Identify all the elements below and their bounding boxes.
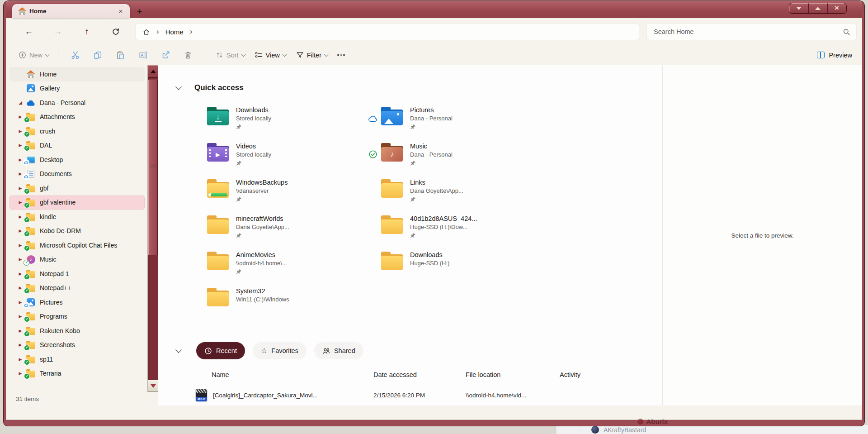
copy-icon xyxy=(94,51,102,59)
sidebar-item-kobo-de-drm[interactable]: ▶ ✓ Kobo De-DRM xyxy=(9,224,145,238)
tile-minecraftworlds[interactable]: minecraftWorlds Dana Goyette\App... xyxy=(191,215,365,251)
tab-favorites[interactable]: ☆ Favorites xyxy=(253,342,307,359)
cut-button[interactable] xyxy=(64,48,86,63)
sidebar-item-pictures[interactable]: ▶ Pictures xyxy=(9,295,145,310)
pin-icon xyxy=(410,160,453,167)
new-button[interactable]: New xyxy=(15,48,52,63)
cut-icon xyxy=(71,51,80,59)
divider xyxy=(205,49,205,61)
scrollbar[interactable] xyxy=(147,65,158,392)
column-date-accessed[interactable]: Date accessed xyxy=(373,371,466,378)
sidebar-item-gbf[interactable]: ▶ ✓ gbf xyxy=(9,181,145,196)
sidebar-item-documents[interactable]: ▶ Documents xyxy=(9,167,145,181)
sidebar-item-onedrive[interactable]: ◢ Dana - Personal xyxy=(9,95,145,110)
svg-text:A: A xyxy=(141,53,144,57)
search-box[interactable] xyxy=(646,24,857,40)
sidebar-item-sp11[interactable]: ▶ ✓ sp11 xyxy=(9,352,145,367)
chevron-down-icon[interactable] xyxy=(175,346,182,353)
title-bar: Home × + × xyxy=(6,1,862,18)
back-button[interactable]: ← xyxy=(19,24,38,40)
column-file-location[interactable]: File location xyxy=(466,371,560,378)
sidebar-item-notepad-1[interactable]: ▶ ✓ Notepad 1 xyxy=(9,267,145,281)
recent-section-header[interactable] xyxy=(158,350,181,352)
music-folder-icon: ♪ xyxy=(381,143,403,162)
tile-pictures[interactable]: Pictures Dana - Personal xyxy=(365,106,539,142)
table-row[interactable]: MKV [Coalgirls]_Cardcaptor_Sakura_Movi..… xyxy=(212,389,662,401)
tile-music[interactable]: ♪ Music Dana - Personal xyxy=(365,142,539,178)
sidebar-item-terraria[interactable]: ▶ ✓ Terraria xyxy=(9,367,145,381)
view-button[interactable]: View xyxy=(250,48,291,63)
sidebar-item-crush[interactable]: ▶ ✓ crush xyxy=(9,124,145,138)
scroll-up-icon xyxy=(151,70,156,73)
sidebar-item-screenshots[interactable]: ▶ ✓ Screenshots xyxy=(9,338,145,353)
sidebar-item-kindle[interactable]: ▶ ✓ kindle xyxy=(9,210,145,224)
see-more-button[interactable] xyxy=(333,54,349,56)
scroll-down-button[interactable] xyxy=(148,380,158,392)
sidebar-item-music[interactable]: ▶ ♪✓ Music xyxy=(9,253,145,267)
plus-circle-icon xyxy=(19,51,26,59)
maximize-button[interactable] xyxy=(808,3,827,14)
quick-access-header[interactable]: Quick access xyxy=(158,83,662,92)
tab-home[interactable]: Home × xyxy=(12,4,130,18)
background-app-label: Aburix xyxy=(637,418,668,425)
chevron-down-icon xyxy=(324,52,329,57)
share-button[interactable] xyxy=(154,48,177,63)
search-input[interactable] xyxy=(654,28,843,35)
tile-downloads-h[interactable]: Downloads Huge-SSD (H:) xyxy=(365,251,539,287)
sidebar-item-desktop[interactable]: ▶ Desktop xyxy=(9,153,145,167)
sidebar-item-gbf-valentine[interactable]: ▶ ✓ gbf valentine xyxy=(9,196,145,210)
tile-windowsbackups[interactable]: WindowsBackups \\danaserver xyxy=(191,178,365,215)
minimize-button[interactable] xyxy=(789,3,808,14)
folder-synced-icon: ✓ xyxy=(26,369,36,378)
filter-button[interactable]: Filter xyxy=(291,48,333,63)
sidebar-item-home[interactable]: Home xyxy=(9,67,145,81)
preview-toggle[interactable]: Preview xyxy=(817,52,852,59)
breadcrumb[interactable]: › Home › xyxy=(135,24,639,40)
folder-synced-icon: ✓ xyxy=(26,340,36,349)
paste-button[interactable] xyxy=(109,48,132,63)
sidebar-item-programs[interactable]: ▶ ✓ Programs xyxy=(9,310,145,324)
forward-button[interactable]: → xyxy=(48,24,67,40)
scrollbar-thumb[interactable] xyxy=(148,80,158,255)
chevron-right-icon[interactable]: › xyxy=(190,27,193,36)
sort-button[interactable]: Sort xyxy=(211,48,250,63)
sidebar-item-notepad-plus-plus[interactable]: ▶ ✓ Notepad++ xyxy=(9,281,145,296)
refresh-button[interactable] xyxy=(106,24,125,40)
scrollbar-track[interactable] xyxy=(148,78,158,380)
tile-downloads[interactable]: ↓ Downloads Stored locally xyxy=(191,106,365,142)
tile-40d1b2d8asus[interactable]: 40d1b2d8ASUS_424... Huge-SSD (H:)\Dow... xyxy=(365,215,539,251)
tab-shared[interactable]: Shared xyxy=(314,342,363,359)
close-button[interactable]: × xyxy=(827,3,846,14)
tile-system32[interactable]: System32 Win11 (C:)\Windows xyxy=(191,287,365,323)
column-name[interactable]: Name xyxy=(212,371,373,378)
tile-videos[interactable]: ▶ Videos Stored locally xyxy=(191,142,365,178)
tile-links[interactable]: Links Dana Goyette\App... xyxy=(365,178,539,215)
scroll-up-button[interactable] xyxy=(148,65,158,78)
navigation-bar: ← → ↑ › Home › xyxy=(6,18,862,45)
chevron-down-icon[interactable] xyxy=(175,83,182,90)
sidebar-item-gallery[interactable]: Gallery xyxy=(9,81,145,96)
up-button[interactable]: ↑ xyxy=(77,24,96,40)
tile-animemovies[interactable]: AnimeMovies \\odroid-h4.home\... xyxy=(191,251,365,287)
column-activity[interactable]: Activity xyxy=(560,371,662,378)
breadcrumb-item-home[interactable]: Home xyxy=(165,28,184,36)
delete-button[interactable] xyxy=(177,48,199,63)
expand-collapse-icon[interactable]: ◢ xyxy=(15,100,26,105)
paste-icon xyxy=(116,51,124,59)
tab-close-icon[interactable]: × xyxy=(116,7,125,15)
sidebar-item-dal[interactable]: ▶ ✓ DAL xyxy=(9,138,145,153)
sidebar-item-rakuten-kobo[interactable]: ▶ ✓ Rakuten Kobo xyxy=(9,324,145,338)
background-username: AKraftyBastard xyxy=(604,426,646,434)
close-icon: × xyxy=(835,4,839,12)
sidebar-item-attachments[interactable]: ▶ ✓ Attachments xyxy=(9,110,145,124)
desktop-cloud-icon xyxy=(26,155,36,164)
new-tab-button[interactable]: + xyxy=(137,7,142,15)
rename-button[interactable]: A xyxy=(132,48,154,63)
copy-button[interactable] xyxy=(86,48,109,63)
refresh-icon xyxy=(112,28,120,36)
tab-recent[interactable]: Recent xyxy=(196,342,245,359)
sidebar-item-copilot-chat-files[interactable]: ▶ ✓ Microsoft Copilot Chat Files xyxy=(9,238,145,253)
folder-synced-icon: ✓ xyxy=(26,355,36,364)
folder-synced-icon: ✓ xyxy=(26,226,36,235)
search-icon[interactable] xyxy=(843,28,850,36)
